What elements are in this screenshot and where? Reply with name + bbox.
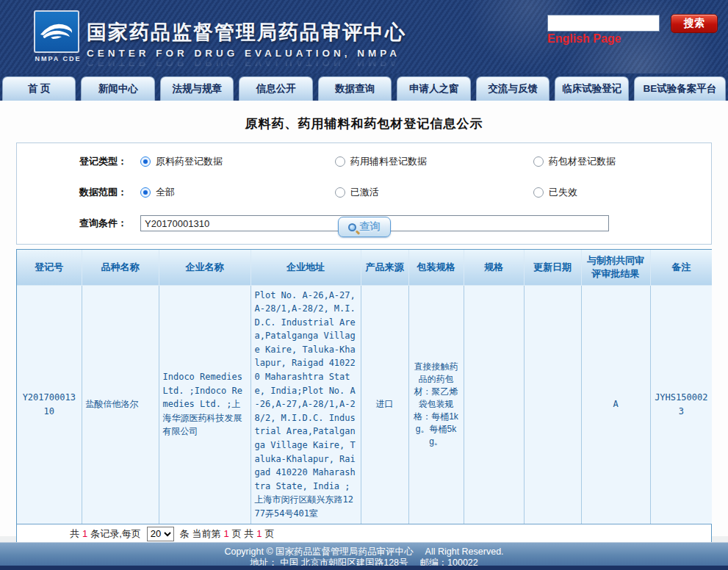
radio-unchecked-icon — [335, 156, 345, 167]
nav-tab-clinical-trial[interactable]: 临床试验登记 — [555, 76, 628, 101]
col-spec: 规格 — [464, 250, 524, 285]
pagination-bar: 共 1 条记录,每页 20 条 当前第 1 页 共 1 页 — [17, 524, 711, 544]
cell-company-name: Indoco Remedies Ltd. ;Indoco Remedies Lt… — [159, 285, 251, 524]
cell-update-date — [524, 285, 581, 524]
nav-tab-data-query[interactable]: 数据查询 — [318, 76, 392, 101]
copyright-line: Copyright © 国家药品监督管理局药品审评中心 All Right Re… — [0, 546, 728, 558]
pager-text: 页 共 — [232, 527, 254, 541]
table-header-row: 登记号 品种名称 企业名称 企业地址 产品来源 包装规格 规格 更新日期 与制剂… — [17, 250, 712, 285]
site-header: NMPA CDE 国家药品监督管理局药品审评中心 CENTER FOR DRUG… — [0, 0, 728, 73]
radio-label: 原料药登记数据 — [156, 155, 223, 168]
nav-tab-feedback[interactable]: 交流与反馈 — [476, 76, 549, 101]
cell-product-name: 盐酸倍他洛尔 — [82, 285, 159, 524]
total-pages: 1 — [256, 528, 262, 539]
radio-unchecked-icon — [335, 187, 345, 198]
col-packaging: 包装规格 — [408, 250, 464, 285]
radio-label: 已失效 — [549, 186, 577, 199]
radio-reg-type-excipient[interactable]: 药用辅料登记数据 — [335, 155, 427, 168]
radio-label: 已激活 — [350, 186, 379, 199]
cell-company-address: Plot No. A-26,A-27,A-28/1,A-28/2, M.I.D.… — [251, 285, 361, 524]
site-title-reflection: CENTER FOR DRUG EVALUATION, NMPA — [87, 57, 406, 68]
pager-text: 条 当前第 — [180, 527, 221, 541]
results-table-wrap: 登记号 品种名称 企业名称 企业地址 产品来源 包装规格 规格 更新日期 与制剂… — [16, 249, 712, 544]
magnifier-icon — [348, 223, 356, 231]
radio-label: 全部 — [156, 186, 175, 199]
nav-tab-disclosure[interactable]: 信息公开 — [239, 76, 312, 101]
cell-reg-no: Y20170001310 — [17, 285, 82, 524]
radio-reg-type-packaging[interactable]: 药包材登记数据 — [533, 155, 616, 168]
col-reg-no: 登记号 — [17, 250, 82, 285]
pager-text: 条记录,每页 — [90, 527, 141, 541]
nav-tab-applicant[interactable]: 申请人之窗 — [397, 76, 470, 101]
query-button[interactable]: 查询 — [338, 217, 391, 237]
radio-scope-expired[interactable]: 已失效 — [533, 186, 577, 199]
radio-unchecked-icon — [533, 156, 544, 167]
col-update-date: 更新日期 — [524, 250, 581, 285]
logo-caption: NMPA CDE — [34, 55, 82, 62]
current-page: 1 — [223, 528, 228, 539]
per-page-select[interactable]: 20 — [147, 527, 174, 541]
radio-label: 药用辅料登记数据 — [350, 155, 427, 168]
header-search-button[interactable]: 搜索 — [671, 14, 718, 33]
site-logo[interactable]: NMPA CDE — [34, 10, 82, 63]
cell-review-result: A — [581, 285, 650, 524]
scope-label: 数据范围： — [17, 186, 140, 199]
col-origin: 产品来源 — [361, 250, 408, 285]
eye-swoosh-icon — [37, 15, 76, 48]
results-table: 登记号 品种名称 企业名称 企业地址 产品来源 包装规格 规格 更新日期 与制剂… — [17, 250, 712, 524]
radio-checked-icon — [140, 156, 151, 167]
site-title-cn: 国家药品监督管理局药品审评中心 — [87, 19, 406, 46]
col-remark: 备注 — [650, 250, 712, 285]
reg-type-label: 登记类型： — [17, 155, 140, 168]
cell-spec — [464, 285, 524, 524]
site-titles: 国家药品监督管理局药品审评中心 CENTER FOR DRUG EVALUATI… — [87, 19, 406, 68]
query-condition-label: 查询条件： — [17, 217, 140, 230]
col-product-name: 品种名称 — [82, 250, 159, 285]
page-title: 原料药、药用辅料和药包材登记信息公示 — [0, 101, 728, 132]
radio-checked-icon — [140, 187, 151, 198]
query-button-label: 查询 — [360, 220, 381, 234]
pager-text: 共 — [70, 527, 79, 541]
col-company-name: 企业名称 — [159, 250, 251, 285]
radio-scope-activated[interactable]: 已激活 — [335, 186, 379, 199]
radio-unchecked-icon — [533, 187, 544, 198]
cell-packaging: 直接接触药品的药包材：聚乙烯袋包装规格：每桶1kg。每桶5kg。 — [408, 285, 464, 524]
radio-reg-type-api[interactable]: 原料药登记数据 — [140, 155, 223, 168]
radio-label: 药包材登记数据 — [549, 155, 616, 168]
footer-bottom-strip — [0, 566, 728, 570]
query-form-panel: 登记类型： 原料药登记数据 药用辅料登记数据 药包材登记数据 — [16, 142, 712, 245]
scope-row: 数据范围： 全部 已激活 已失效 — [17, 181, 711, 203]
page-content: 原料药、药用辅料和药包材登记信息公示 登记类型： 原料药登记数据 药用辅料登记数… — [0, 101, 728, 536]
col-review-result: 与制剂共同审评审批结果 — [581, 250, 650, 285]
radio-scope-all[interactable]: 全部 — [140, 186, 175, 199]
cde-logo-icon — [34, 10, 79, 53]
cell-remark: JYHS1500023 — [650, 285, 712, 524]
nav-tab-home[interactable]: 首 页 — [2, 76, 76, 101]
total-records: 1 — [82, 528, 87, 539]
cell-origin: 进口 — [361, 285, 408, 524]
col-company-address: 企业地址 — [251, 250, 361, 285]
nav-tab-news[interactable]: 新闻中心 — [81, 76, 154, 101]
english-page-link[interactable]: English Page — [547, 32, 621, 46]
nav-tab-regulations[interactable]: 法规与规章 — [160, 76, 234, 101]
main-nav: 首 页 新闻中心 法规与规章 信息公开 数据查询 申请人之窗 交流与反馈 临床试… — [0, 73, 728, 101]
nav-tab-be-platform[interactable]: BE试验备案平台 — [634, 76, 726, 101]
reg-type-row: 登记类型： 原料药登记数据 药用辅料登记数据 药包材登记数据 — [17, 151, 711, 173]
header-search-input[interactable] — [547, 15, 660, 32]
pager-text: 页 — [265, 527, 275, 541]
table-row: Y20170001310 盐酸倍他洛尔 Indoco Remedies Ltd.… — [17, 285, 712, 524]
